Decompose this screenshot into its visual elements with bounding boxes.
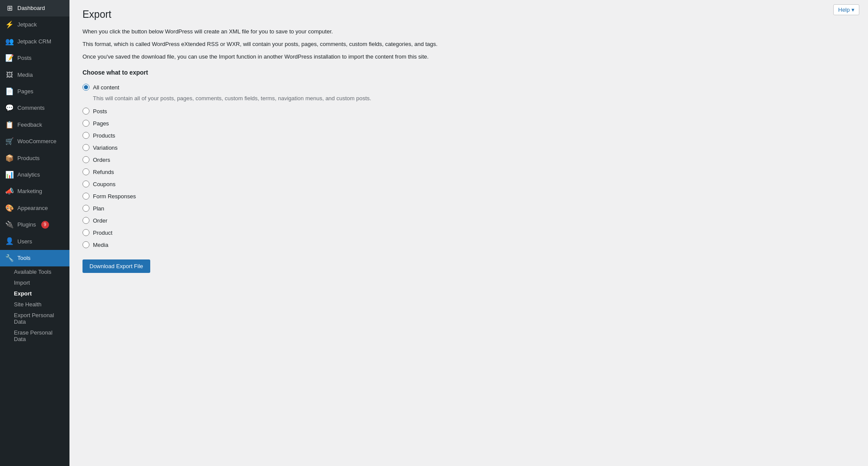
sidebar-item-tools[interactable]: 🔧Tools	[0, 250, 69, 266]
export-options: All contentThis will contain all of your…	[83, 81, 855, 251]
sidebar-item-products[interactable]: 📦Products	[0, 150, 69, 167]
radio-product[interactable]	[83, 229, 89, 236]
export-option-pages: Pages	[83, 117, 855, 129]
radio-products[interactable]	[83, 132, 89, 139]
page-title: Export	[83, 9, 855, 20]
dashboard-icon: ⊞	[5, 3, 14, 13]
sidebar-item-label-woocommerce: WooCommerce	[17, 138, 56, 145]
export-option-product: Product	[83, 226, 855, 239]
export-option-plan: Plan	[83, 202, 855, 214]
radio-posts[interactable]	[83, 108, 89, 115]
main-content: Help ▾ Export When you click the button …	[69, 0, 868, 466]
section-title: Choose what to export	[83, 69, 855, 76]
plugins-badge: 9	[41, 221, 49, 229]
sidebar-item-label-comments: Comments	[17, 104, 45, 112]
radio-order[interactable]	[83, 217, 89, 224]
export-option-all-content: All content	[83, 81, 855, 93]
label-orders[interactable]: Orders	[93, 157, 110, 163]
sidebar-item-users[interactable]: 👤Users	[0, 233, 69, 249]
radio-pages[interactable]	[83, 120, 89, 127]
tools-submenu: Available ToolsImportExportSite HealthEx…	[0, 266, 69, 345]
submenu-item-import[interactable]: Import	[0, 277, 69, 288]
label-all-content[interactable]: All content	[93, 84, 119, 91]
products-icon: 📦	[5, 154, 14, 163]
label-pages[interactable]: Pages	[93, 120, 109, 127]
radio-orders[interactable]	[83, 156, 89, 163]
sidebar-item-pages[interactable]: 📄Pages	[0, 83, 69, 100]
label-posts[interactable]: Posts	[93, 108, 107, 115]
sidebar-item-analytics[interactable]: 📊Analytics	[0, 167, 69, 183]
posts-icon: 📝	[5, 53, 14, 63]
label-form-responses[interactable]: Form Responses	[93, 193, 136, 200]
sidebar-item-label-analytics: Analytics	[17, 171, 40, 179]
submenu-item-site-health[interactable]: Site Health	[0, 299, 69, 310]
label-variations[interactable]: Variations	[93, 144, 118, 151]
label-product[interactable]: Product	[93, 230, 112, 236]
sidebar-item-woocommerce[interactable]: 🛒WooCommerce	[0, 133, 69, 150]
jetpack-icon: ⚡	[5, 20, 14, 30]
sidebar-item-jetpack[interactable]: ⚡Jetpack	[0, 16, 69, 33]
export-option-variations: Variations	[83, 141, 855, 154]
sidebar-item-posts[interactable]: 📝Posts	[0, 50, 69, 66]
submenu-item-export[interactable]: Export	[0, 288, 69, 299]
sidebar-item-marketing[interactable]: 📣Marketing	[0, 183, 69, 200]
submenu-item-export-personal-data[interactable]: Export Personal Data	[0, 310, 69, 327]
sidebar-item-appearance[interactable]: 🎨Appearance	[0, 200, 69, 217]
export-option-posts: Posts	[83, 105, 855, 117]
analytics-icon: 📊	[5, 170, 14, 180]
submenu-item-erase-personal-data[interactable]: Erase Personal Data	[0, 327, 69, 345]
sidebar-item-jetpack-crm[interactable]: 👥Jetpack CRM	[0, 33, 69, 50]
plugins-icon: 🔌	[5, 220, 14, 230]
tools-icon: 🔧	[5, 253, 14, 263]
sidebar-item-label-tools: Tools	[17, 254, 30, 262]
export-option-media: Media	[83, 239, 855, 251]
submenu-item-available-tools[interactable]: Available Tools	[0, 266, 69, 277]
sidebar-item-label-dashboard: Dashboard	[17, 4, 45, 12]
radio-plan[interactable]	[83, 205, 89, 212]
sidebar-item-label-products: Products	[17, 154, 40, 162]
download-export-button[interactable]: Download Export File	[83, 259, 150, 273]
help-button[interactable]: Help ▾	[833, 4, 859, 15]
feedback-icon: 📋	[5, 120, 14, 130]
sidebar: ⊞Dashboard⚡Jetpack👥Jetpack CRM📝Posts🖼Med…	[0, 0, 69, 466]
desc3: Once you've saved the download file, you…	[83, 53, 855, 62]
help-chevron-icon: ▾	[851, 7, 855, 13]
export-option-order: Order	[83, 214, 855, 226]
sidebar-item-dashboard[interactable]: ⊞Dashboard	[0, 0, 69, 16]
label-coupons[interactable]: Coupons	[93, 181, 116, 187]
sidebar-item-media[interactable]: 🖼Media	[0, 67, 69, 83]
sidebar-item-label-media: Media	[17, 71, 33, 79]
export-option-products: Products	[83, 129, 855, 141]
sidebar-item-label-jetpack-crm: Jetpack CRM	[17, 38, 51, 46]
sidebar-item-label-posts: Posts	[17, 54, 32, 62]
sidebar-item-plugins[interactable]: 🔌Plugins9	[0, 217, 69, 233]
label-refunds[interactable]: Refunds	[93, 169, 114, 175]
radio-media[interactable]	[83, 241, 89, 248]
comments-icon: 💬	[5, 103, 14, 113]
label-products[interactable]: Products	[93, 132, 115, 139]
radio-refunds[interactable]	[83, 168, 89, 175]
description-all-content: This will contain all of your posts, pag…	[93, 95, 855, 102]
radio-form-responses[interactable]	[83, 193, 89, 200]
sidebar-item-label-appearance: Appearance	[17, 204, 48, 212]
sidebar-item-comments[interactable]: 💬Comments	[0, 100, 69, 116]
sidebar-item-label-marketing: Marketing	[17, 187, 42, 195]
sidebar-item-feedback[interactable]: 📋Feedback	[0, 117, 69, 133]
label-plan[interactable]: Plan	[93, 205, 104, 212]
export-option-refunds: Refunds	[83, 166, 855, 178]
export-option-form-responses: Form Responses	[83, 190, 855, 202]
sidebar-item-label-pages: Pages	[17, 88, 33, 95]
radio-coupons[interactable]	[83, 180, 89, 187]
sidebar-item-label-feedback: Feedback	[17, 121, 42, 129]
sidebar-item-label-jetpack: Jetpack	[17, 21, 37, 29]
marketing-icon: 📣	[5, 187, 14, 196]
label-order[interactable]: Order	[93, 217, 107, 224]
radio-variations[interactable]	[83, 144, 89, 151]
desc2: This format, which is called WordPress e…	[83, 40, 855, 49]
label-media[interactable]: Media	[93, 242, 108, 248]
export-option-coupons: Coupons	[83, 178, 855, 190]
appearance-icon: 🎨	[5, 203, 14, 213]
sidebar-item-label-plugins: Plugins	[17, 221, 36, 229]
radio-all-content[interactable]	[83, 84, 89, 91]
jetpack-crm-icon: 👥	[5, 37, 14, 46]
